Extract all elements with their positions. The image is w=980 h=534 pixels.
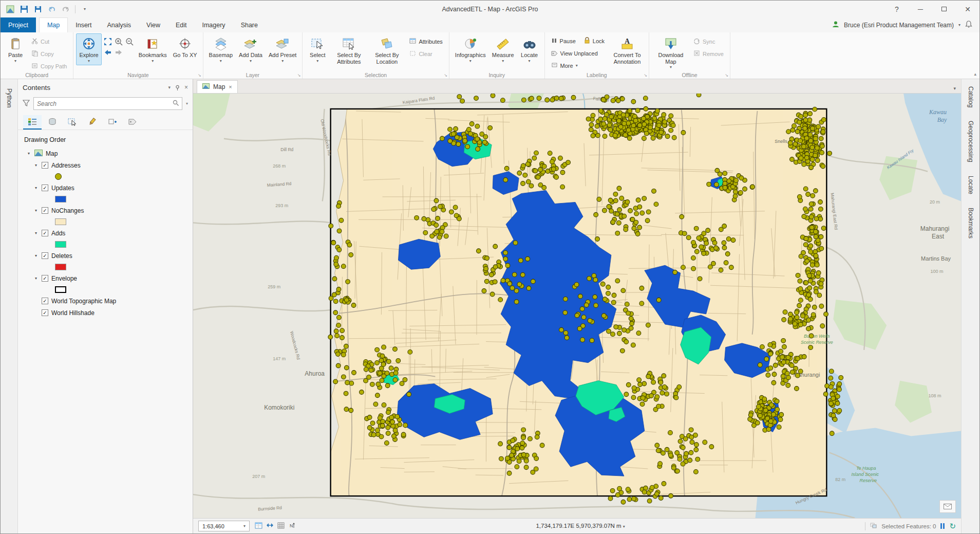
map-canvas[interactable]: KawauBayMahurangiEastMartins Bay268 m293… xyxy=(193,94,961,518)
notifications-bell-icon[interactable] xyxy=(965,21,972,30)
nochanges-symbol-row[interactable] xyxy=(18,216,193,227)
account-menu[interactable]: Bruce (Esri Product Management Team) ▾ xyxy=(832,17,979,32)
select-by-location-button[interactable]: Select By Location xyxy=(368,33,406,67)
tree-item-addresses[interactable]: ▾ ✓ Addresses xyxy=(18,159,193,171)
expander-icon[interactable]: ▾ xyxy=(33,163,39,168)
updates-checkbox[interactable]: ✓ xyxy=(42,185,48,191)
select-by-attributes-button[interactable]: Select By Attributes xyxy=(330,33,368,67)
tree-item-deletes[interactable]: ▾ ✓ Deletes xyxy=(18,250,193,262)
adds-fill-symbol[interactable] xyxy=(55,241,66,248)
view-tab-map[interactable]: Map × xyxy=(197,80,238,93)
fixed-zoom-in-button[interactable] xyxy=(114,36,124,47)
grid-graticule-icon[interactable] xyxy=(277,522,285,530)
dock-tab-python[interactable]: Python xyxy=(6,88,13,107)
adds-checkbox[interactable]: ✓ xyxy=(42,230,48,236)
add-data-button[interactable]: Add Data ▾ xyxy=(236,33,266,65)
full-extent-button[interactable] xyxy=(103,36,113,47)
locate-button[interactable]: Locate ▾ xyxy=(517,33,542,65)
view-tab-list-caret-icon[interactable]: ▾ xyxy=(948,86,961,93)
save-project-button[interactable] xyxy=(32,4,44,15)
tab-list-by-source[interactable] xyxy=(43,115,62,130)
map-svg[interactable]: KawauBayMahurangiEastMartins Bay268 m293… xyxy=(193,94,961,518)
expander-icon[interactable]: ▾ xyxy=(33,208,39,213)
remove-button[interactable]: Remove xyxy=(690,48,727,60)
tab-list-by-drawing-order[interactable] xyxy=(23,115,42,130)
tree-item-envelope[interactable]: ▾ ✓ Envelope xyxy=(18,272,193,284)
tab-imagery[interactable]: Imagery xyxy=(194,17,233,32)
north-arrow-icon[interactable]: N xyxy=(288,522,296,530)
updates-fill-symbol[interactable] xyxy=(55,196,66,202)
convert-to-annotation-button[interactable]: A Convert To Annotation xyxy=(608,33,646,67)
tab-project[interactable]: Project xyxy=(1,17,36,32)
view-unplaced-button[interactable]: View Unplaced xyxy=(548,48,608,59)
nochanges-checkbox[interactable]: ✓ xyxy=(42,207,48,214)
deletes-symbol-row[interactable] xyxy=(18,262,193,272)
map-message-button[interactable] xyxy=(939,500,956,513)
envelope-checkbox[interactable]: ✓ xyxy=(42,275,48,282)
tree-item-world-hillshade[interactable]: ✓ World Hillshade xyxy=(18,307,193,319)
explore-button[interactable]: Explore ▾ xyxy=(76,33,101,65)
lock-labels-button[interactable]: Lock xyxy=(580,35,608,47)
next-extent-button[interactable] xyxy=(114,47,124,58)
dock-tab-bookmarks[interactable]: Bookmarks xyxy=(967,208,974,238)
infographics-button[interactable]: Infographics ▾ xyxy=(452,33,489,65)
select-button[interactable]: Select ▾ xyxy=(305,33,330,65)
expander-icon[interactable]: ▾ xyxy=(26,151,31,156)
deletes-fill-symbol[interactable] xyxy=(55,264,66,270)
tab-share[interactable]: Share xyxy=(233,17,266,32)
clear-selection-button[interactable]: Clear xyxy=(406,48,446,60)
world-hillshade-checkbox[interactable]: ✓ xyxy=(42,309,48,316)
addresses-point-symbol[interactable] xyxy=(55,173,62,180)
tree-item-updates[interactable]: ▾ ✓ Updates xyxy=(18,182,193,194)
collapse-ribbon-button[interactable]: ▴ xyxy=(974,71,976,77)
paste-button[interactable]: Paste ▾ xyxy=(3,33,28,65)
customize-toolbar-caret[interactable]: ▾ xyxy=(79,4,90,15)
sync-button[interactable]: Sync xyxy=(690,36,727,47)
pane-menu-caret-icon[interactable]: ▾ xyxy=(168,85,171,90)
expander-icon[interactable]: ▾ xyxy=(33,276,39,281)
expander-icon[interactable]: ▾ xyxy=(33,253,39,258)
dock-tab-catalog[interactable]: Catalog xyxy=(967,86,974,107)
tree-item-world-topographic-map[interactable]: ✓ World Topographic Map xyxy=(18,295,193,307)
save-button[interactable] xyxy=(18,4,30,15)
adds-symbol-row[interactable] xyxy=(18,239,193,250)
tree-item-adds[interactable]: ▾ ✓ Adds xyxy=(18,227,193,239)
scale-combo[interactable]: 1:63,460 ▾ xyxy=(198,521,250,531)
copy-path-button[interactable]: Copy Path xyxy=(28,61,70,72)
basemap-button[interactable]: Basemap ▾ xyxy=(206,33,236,65)
tab-edit[interactable]: Edit xyxy=(168,17,195,32)
tab-insert[interactable]: Insert xyxy=(68,17,99,32)
addresses-symbol-row[interactable] xyxy=(18,171,193,182)
maximize-button[interactable] xyxy=(932,1,956,17)
minimize-button[interactable]: ─ xyxy=(909,1,932,17)
deletes-checkbox[interactable]: ✓ xyxy=(42,252,48,259)
close-button[interactable]: ✕ xyxy=(956,1,979,17)
nochanges-fill-symbol[interactable] xyxy=(55,218,66,225)
attribute-table-icon[interactable] xyxy=(255,522,262,530)
redo-button[interactable] xyxy=(60,4,71,15)
previous-extent-button[interactable] xyxy=(103,47,113,58)
more-labeling-button[interactable]: More ▾ xyxy=(548,60,608,71)
tree-item-nochanges[interactable]: ▾ ✓ NoChanges xyxy=(18,205,193,216)
pause-labeling-button[interactable]: Pause xyxy=(548,35,579,47)
coordinate-readout[interactable]: 1,734,179.17E 5,970,379.07N m ▾ xyxy=(301,523,860,529)
tree-item-map[interactable]: ▾ Map xyxy=(18,148,193,159)
undo-button[interactable] xyxy=(46,4,58,15)
tab-view[interactable]: View xyxy=(139,17,168,32)
download-map-button[interactable]: Download Map ▾ xyxy=(652,33,690,72)
pin-icon[interactable] xyxy=(175,85,180,90)
fixed-scale-icon[interactable] xyxy=(266,522,274,530)
envelope-outline-symbol[interactable] xyxy=(55,286,66,293)
world-topographic-checkbox[interactable]: ✓ xyxy=(42,298,48,304)
close-view-icon[interactable]: × xyxy=(229,84,232,90)
addresses-checkbox[interactable]: ✓ xyxy=(42,162,48,169)
tab-list-by-selection[interactable] xyxy=(63,115,82,130)
envelope-symbol-row[interactable] xyxy=(18,284,193,295)
close-pane-icon[interactable]: × xyxy=(184,84,188,91)
expander-icon[interactable]: ▾ xyxy=(33,231,39,235)
tab-list-by-editing[interactable] xyxy=(83,115,102,130)
help-button[interactable]: ? xyxy=(885,1,909,17)
add-preset-button[interactable]: Add Preset ▾ xyxy=(266,33,299,65)
refresh-map-button[interactable]: ↻ xyxy=(949,522,956,530)
dock-tab-geoprocessing[interactable]: Geoprocessing xyxy=(967,121,974,162)
